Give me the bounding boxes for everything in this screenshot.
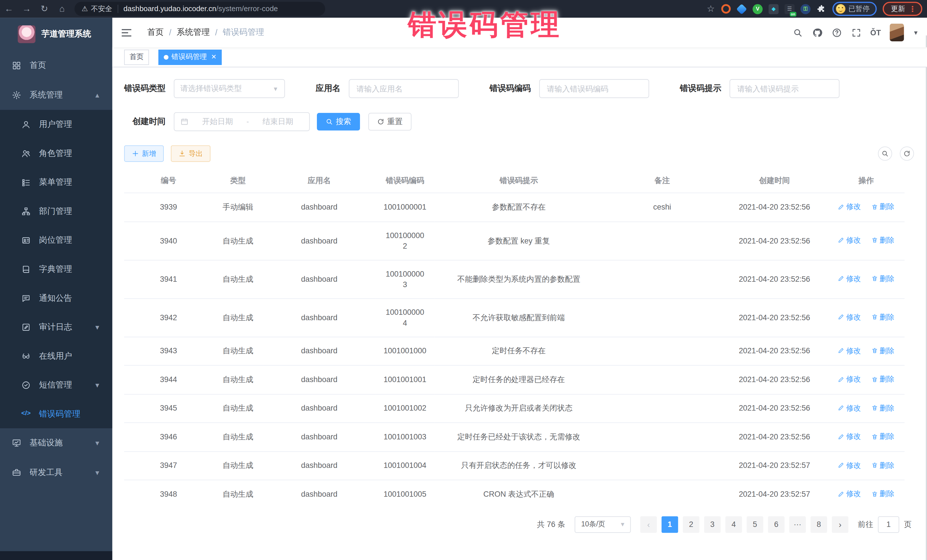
- page-ellipsis[interactable]: ···: [789, 516, 806, 533]
- edit-link[interactable]: 修改: [838, 345, 861, 356]
- edit-link[interactable]: 修改: [838, 374, 861, 384]
- user-avatar[interactable]: [890, 24, 904, 41]
- search-icon[interactable]: [792, 27, 802, 38]
- extension-v-icon[interactable]: V: [753, 4, 763, 14]
- sidebar-item-sms[interactable]: 短信管理 ▼: [0, 370, 112, 399]
- search-button[interactable]: 搜索: [317, 113, 360, 131]
- goto-page-input[interactable]: [878, 516, 899, 533]
- app-name-input[interactable]: [349, 79, 459, 98]
- chevron-down-icon: ▼: [94, 323, 101, 331]
- extensions-puzzle-icon[interactable]: [816, 4, 826, 14]
- browser-menu-kebab-icon[interactable]: ⋮: [909, 5, 916, 14]
- reset-button[interactable]: 重置: [368, 113, 411, 131]
- error-code-type-select[interactable]: 请选择错误码类型 ▼: [174, 79, 285, 98]
- sidebar-item-dev-tools[interactable]: 研发工具 ▼: [0, 458, 112, 487]
- next-page-button[interactable]: ›: [832, 516, 848, 533]
- delete-link[interactable]: 删除: [871, 403, 895, 413]
- bookmark-star-icon[interactable]: ☆: [707, 3, 715, 14]
- sidebar-item-label: 首页: [30, 60, 46, 71]
- extension-paused-pill[interactable]: 已暂停: [832, 2, 877, 16]
- sidebar-item-system[interactable]: 系统管理 ▲: [0, 80, 112, 110]
- delete-link[interactable]: 删除: [871, 273, 895, 284]
- sidebar-item-home[interactable]: 首页: [0, 51, 112, 80]
- page-button-3[interactable]: 3: [704, 516, 721, 533]
- delete-link[interactable]: 删除: [871, 235, 895, 246]
- cell-actions: 修改 删除: [828, 298, 904, 337]
- delete-link[interactable]: 删除: [871, 312, 895, 322]
- sidebar-item-users[interactable]: 用户管理: [0, 110, 112, 139]
- extension-orange-icon[interactable]: [721, 4, 731, 14]
- github-icon[interactable]: [812, 27, 822, 38]
- tab-error-code[interactable]: 错误码管理 ✕: [158, 49, 222, 65]
- fullscreen-icon[interactable]: [851, 27, 862, 38]
- error-hint-input[interactable]: [729, 79, 840, 98]
- cell-id: 3940: [124, 222, 213, 260]
- add-button[interactable]: 新增: [124, 146, 164, 162]
- reload-icon[interactable]: ↻: [35, 0, 53, 18]
- sidebar-item-roles[interactable]: 角色管理: [0, 139, 112, 168]
- prev-page-button[interactable]: ‹: [640, 516, 657, 533]
- sidebar-item-infrastructure[interactable]: 基础设施 ▼: [0, 428, 112, 458]
- hamburger-icon[interactable]: [121, 28, 132, 37]
- breadcrumb-home[interactable]: 首页: [147, 27, 164, 38]
- cell-code: 1001001003: [375, 423, 435, 451]
- delete-link[interactable]: 删除: [871, 431, 895, 442]
- extension-bars-icon[interactable]: ☰on: [784, 4, 794, 14]
- font-size-icon[interactable]: ǑT: [870, 28, 881, 37]
- pink-annotation-text: 错误码管理: [408, 6, 562, 44]
- edit-link[interactable]: 修改: [838, 273, 861, 284]
- avatar-caret-icon[interactable]: ▼: [913, 29, 919, 36]
- sidebar-item-menus[interactable]: 菜单管理: [0, 168, 112, 197]
- forward-icon[interactable]: →: [18, 0, 35, 18]
- edit-link[interactable]: 修改: [838, 460, 861, 470]
- back-icon[interactable]: ←: [0, 0, 18, 18]
- export-button[interactable]: 导出: [171, 146, 211, 162]
- help-icon[interactable]: [831, 27, 842, 38]
- page-size-select[interactable]: 10条/页 ▼: [575, 516, 631, 533]
- cell-id: 3945: [124, 394, 213, 423]
- address-bar[interactable]: ⚠ 不安全 dashboard.yudao.iocoder.cn/system/…: [74, 2, 325, 16]
- edit-link[interactable]: 修改: [838, 312, 861, 322]
- delete-link[interactable]: 删除: [871, 345, 895, 356]
- edit-link[interactable]: 修改: [838, 431, 861, 442]
- page-button-5[interactable]: 5: [747, 516, 763, 533]
- page-button-6[interactable]: 6: [768, 516, 784, 533]
- tab-home[interactable]: 首页: [124, 49, 149, 65]
- cell-type: 自动生成: [213, 480, 263, 508]
- tab-close-icon[interactable]: ✕: [211, 53, 216, 61]
- delete-link[interactable]: 删除: [871, 374, 895, 384]
- page-button-1[interactable]: 1: [661, 516, 678, 533]
- home-icon[interactable]: ⌂: [53, 0, 71, 18]
- sidebar-item-departments[interactable]: 部门管理: [0, 197, 112, 226]
- sidebar-item-label: 基础设施: [30, 438, 63, 448]
- sidebar-item-audit-log[interactable]: 审计日志 ▼: [0, 313, 112, 341]
- delete-link[interactable]: 删除: [871, 201, 895, 212]
- create-time-range-picker[interactable]: 开始日期 - 结束日期: [174, 112, 310, 131]
- refresh-icon[interactable]: [900, 147, 914, 161]
- error-code-input[interactable]: [539, 79, 649, 98]
- delete-link[interactable]: 删除: [871, 489, 895, 499]
- page-button-2[interactable]: 2: [683, 516, 699, 533]
- page-button-4[interactable]: 4: [725, 516, 742, 533]
- edit-link[interactable]: 修改: [838, 489, 861, 499]
- browser-update-button[interactable]: 更新 ⋮: [883, 2, 922, 16]
- sidebar-item-posts[interactable]: 岗位管理: [0, 226, 112, 255]
- edit-link[interactable]: 修改: [838, 235, 861, 246]
- app-logo-row[interactable]: 芋道管理系统: [0, 18, 112, 51]
- infrastructure-icon: [12, 438, 21, 448]
- delete-link[interactable]: 删除: [871, 460, 895, 470]
- breadcrumb-system[interactable]: 系统管理: [177, 27, 210, 38]
- extension-gem-icon[interactable]: [737, 4, 747, 14]
- sidebar-item-label: 角色管理: [39, 148, 72, 159]
- sidebar-item-dictionary[interactable]: 字典管理: [0, 255, 112, 284]
- sidebar-item-error-code[interactable]: </> 错误码管理: [0, 399, 112, 428]
- edit-link[interactable]: 修改: [838, 403, 861, 413]
- sidebar-item-announcements[interactable]: 通知公告: [0, 284, 112, 313]
- edit-link[interactable]: 修改: [838, 201, 861, 212]
- extension-grid-icon[interactable]: ◆: [769, 4, 779, 14]
- extension-key-icon[interactable]: ⚿: [800, 4, 810, 14]
- sidebar: 芋道管理系统 首页 系统管理 ▲ 用户管理 角色管理: [0, 18, 112, 560]
- toggle-search-icon[interactable]: [878, 147, 892, 161]
- page-button-8[interactable]: 8: [811, 516, 827, 533]
- sidebar-item-online-users[interactable]: 在线用户: [0, 341, 112, 370]
